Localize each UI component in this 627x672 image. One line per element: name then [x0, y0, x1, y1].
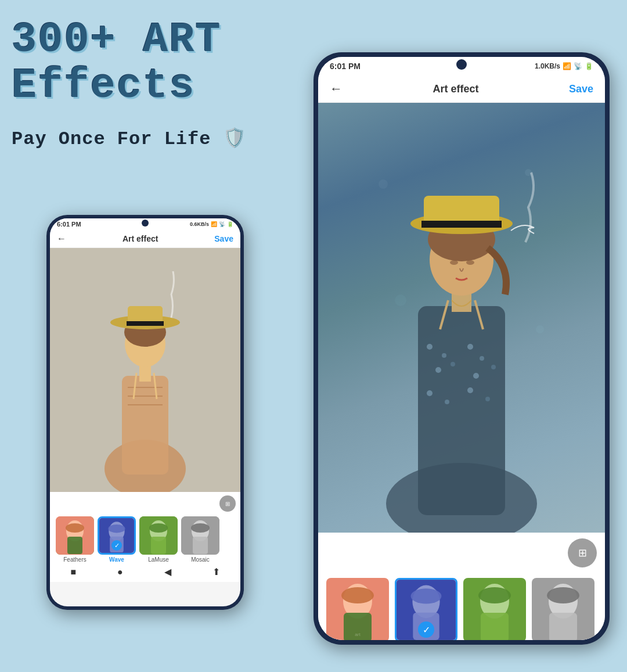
svg-point-29 [379, 179, 388, 189]
svg-point-19 [108, 524, 125, 533]
svg-point-60 [341, 587, 374, 603]
small-effect-wave[interactable]: ✓ Wave [98, 516, 136, 563]
large-effect-mosaic[interactable]: Mosaic [532, 578, 594, 640]
svg-rect-7 [127, 321, 164, 326]
large-compare-button[interactable]: ⊞ [568, 538, 597, 567]
large-back-button[interactable]: ← [330, 81, 343, 96]
large-effect-lamuse[interactable]: LaMuse [463, 578, 526, 640]
small-signal: 📶 [211, 221, 217, 227]
large-thumb-wave: ✓ [395, 578, 457, 640]
small-battery: 🔋 [227, 221, 233, 227]
small-phone: 6:01 PM 0.6KB/s 📶 📡 🔋 ← Art effect Save [46, 215, 244, 610]
large-thumb-feathers: art [326, 578, 389, 640]
large-mosaic-art [532, 578, 594, 640]
small-thumb-feathers [56, 516, 94, 555]
large-time: 6:01 PM [330, 62, 361, 71]
svg-point-46 [485, 397, 490, 401]
svg-point-37 [435, 367, 441, 373]
small-effects-panel: ⊞ Feathers [50, 492, 240, 562]
small-lamuse-art [139, 516, 178, 555]
svg-point-43 [427, 390, 433, 396]
svg-point-39 [467, 344, 473, 350]
svg-point-40 [480, 356, 484, 361]
svg-rect-1 [122, 376, 168, 475]
svg-point-32 [536, 325, 544, 333]
large-phone-inner: 6:01 PM 1.0KB/s 📶 📡 🔋 ← Art effect Save [318, 57, 605, 640]
punch-hole-large [456, 59, 467, 70]
small-lamuse-label: LaMuse [148, 556, 169, 563]
small-thumb-lamuse-bg [139, 516, 178, 555]
small-save-button[interactable]: Save [214, 234, 233, 243]
large-signal: 📶 [563, 62, 571, 70]
svg-point-35 [427, 344, 433, 350]
svg-point-36 [442, 353, 446, 358]
svg-point-53 [450, 260, 458, 265]
small-feathers-label: Feathers [63, 556, 86, 563]
svg-rect-74 [549, 613, 577, 640]
svg-point-41 [473, 373, 479, 379]
small-wifi: 📡 [219, 221, 225, 227]
large-thumb-lamuse [463, 578, 526, 640]
small-woman-figure [87, 271, 203, 492]
small-network: 0.6KB/s [190, 221, 209, 227]
svg-point-27 [191, 523, 210, 533]
svg-rect-52 [421, 221, 502, 228]
large-app-header: ← Art effect Save [318, 76, 605, 103]
small-effects-row: Feathers ✓ [53, 516, 237, 563]
svg-point-69 [478, 587, 511, 603]
large-save-button[interactable]: Save [569, 83, 593, 95]
large-wifi: 📡 [574, 62, 582, 70]
svg-point-31 [395, 294, 406, 306]
small-back-button[interactable]: ← [57, 233, 66, 244]
small-nav-circle[interactable]: ● [117, 567, 123, 577]
svg-point-54 [466, 260, 474, 265]
svg-point-65 [411, 588, 442, 603]
svg-rect-34 [418, 306, 505, 515]
small-mosaic-label: Mosaic [191, 556, 210, 563]
svg-point-30 [525, 169, 532, 176]
small-wave-check: ✓ [111, 540, 122, 551]
small-thumb-lamuse [139, 516, 178, 555]
large-photo-area [318, 103, 605, 533]
svg-rect-28 [193, 537, 208, 554]
small-effect-feathers[interactable]: Feathers [56, 516, 94, 563]
svg-rect-24 [151, 537, 166, 554]
large-status-icons: 1.0KB/s 📶 📡 🔋 [535, 62, 593, 70]
promo-title: 300+ ART Effects [12, 17, 290, 109]
small-phone-inner: 6:01 PM 0.6KB/s 📶 📡 🔋 ← Art effect Save [50, 218, 240, 606]
small-effect-lamuse[interactable]: LaMuse [139, 516, 178, 563]
large-effects-row: art Feathers ✓ [324, 578, 599, 640]
small-app-header: ← Art effect Save [50, 230, 240, 248]
small-photo-area [50, 248, 240, 492]
small-nav-bar: ■ ● ◀ ⬆ [50, 562, 240, 582]
small-effect-mosaic[interactable]: Mosaic [181, 516, 219, 563]
small-mosaic-art [181, 516, 219, 555]
svg-point-44 [445, 400, 449, 404]
small-thumb-wave: ✓ [98, 516, 136, 555]
large-effect-feathers[interactable]: art Feathers [326, 578, 389, 640]
large-header-title: Art effect [433, 83, 478, 95]
small-nav-back[interactable]: ◀ [164, 566, 171, 577]
small-wave-label: Wave [109, 556, 124, 563]
svg-point-15 [66, 523, 84, 533]
svg-point-42 [491, 365, 496, 369]
large-battery: 🔋 [585, 62, 593, 70]
large-effect-wave[interactable]: ✓ Wave [395, 578, 457, 640]
small-time: 6:01 PM [57, 221, 81, 228]
small-thumb-mosaic [181, 516, 219, 555]
large-feathers-art: art [326, 578, 389, 640]
small-feathers-art [56, 516, 94, 555]
small-compare-button[interactable]: ⊞ [219, 495, 236, 512]
small-nav-home[interactable]: ⬆ [212, 566, 220, 577]
large-phone: 6:01 PM 1.0KB/s 📶 📡 🔋 ← Art effect Save [314, 52, 610, 645]
small-thumb-feathers-bg [56, 516, 94, 555]
large-effects-panel: ⊞ art Feathers [318, 533, 605, 640]
large-woman-figure [354, 126, 569, 533]
small-nav-square[interactable]: ■ [70, 567, 76, 577]
svg-rect-16 [67, 537, 82, 554]
promo-area: 300+ ART Effects Pay Once For Life 🛡️ [12, 17, 290, 150]
svg-point-73 [547, 587, 579, 603]
large-thumb-mosaic [532, 578, 594, 640]
svg-rect-70 [481, 613, 509, 640]
large-network: 1.0KB/s [535, 62, 560, 70]
